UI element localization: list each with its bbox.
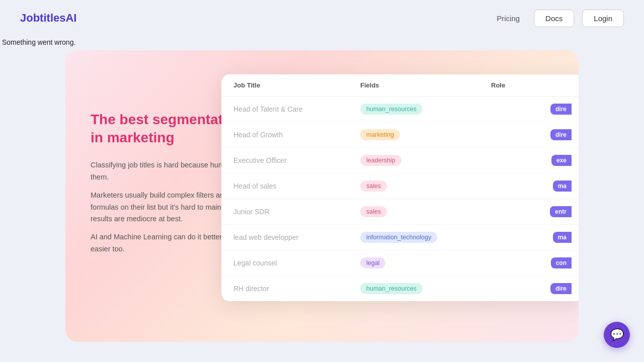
field-tag: human_resources	[360, 283, 423, 294]
cell-role: exe	[491, 155, 572, 166]
logo[interactable]: JobtitlesAI	[20, 12, 76, 25]
pricing-link[interactable]: Pricing	[491, 10, 526, 27]
cell-fields: human_resources	[360, 283, 491, 294]
cell-title: Head of Growth	[233, 131, 360, 139]
cell-title: Executive Officer	[233, 156, 360, 164]
field-tag: information_technology	[360, 232, 437, 243]
table-row: Head of Talent & Care human_resources di…	[221, 97, 579, 122]
chat-icon: 💬	[610, 328, 624, 341]
field-tag: sales	[360, 206, 387, 217]
cell-fields: sales	[360, 180, 491, 192]
role-badge: exe	[551, 155, 572, 166]
cell-role: dire	[491, 283, 572, 294]
role-badge: entr	[550, 206, 572, 217]
cell-role: entr	[491, 206, 572, 217]
table-row: Head of Growth marketing dire	[221, 122, 579, 148]
cell-fields: human_resources	[360, 104, 491, 115]
col-header-role: Role	[491, 81, 572, 89]
cell-fields: sales	[360, 206, 491, 217]
cell-role: dire	[491, 104, 572, 115]
login-button[interactable]: Login	[582, 10, 624, 27]
table-row: Junior SDR sales entr	[221, 199, 579, 225]
field-tag: sales	[360, 180, 387, 192]
navbar: JobtitlesAI Pricing Docs Login	[0, 0, 644, 36]
field-tag: leadership	[360, 155, 401, 166]
hero-section: The best segmentation in marketing Class…	[65, 50, 579, 342]
role-badge: dire	[550, 129, 572, 140]
role-badge: dire	[550, 283, 572, 294]
cell-role: ma	[491, 180, 572, 192]
cell-title: RH director	[233, 285, 360, 293]
cell-title: lead web developper	[233, 233, 360, 241]
cell-fields: legal	[360, 257, 491, 268]
col-header-fields: Fields	[360, 81, 491, 89]
cell-role: ma	[491, 232, 572, 243]
table-body: Head of Talent & Care human_resources di…	[221, 97, 579, 301]
field-tag: legal	[360, 257, 385, 268]
col-header-title: Job Title	[233, 81, 360, 89]
cell-role: dire	[491, 129, 572, 140]
cell-role: con	[491, 257, 572, 268]
role-badge: dire	[550, 104, 572, 115]
field-tag: marketing	[360, 129, 400, 140]
table-row: RH director human_resources dire	[221, 276, 579, 301]
table-row: Legal counsel legal con	[221, 250, 579, 276]
table-row: lead web developper information_technolo…	[221, 225, 579, 250]
table-panel: Job Title Fields Role Head of Talent & C…	[221, 74, 579, 301]
table-row: Head of sales sales ma	[221, 173, 579, 199]
table-row: Executive Officer leadership exe	[221, 148, 579, 173]
cell-fields: marketing	[360, 129, 491, 140]
cell-fields: leadership	[360, 155, 491, 166]
cell-title: Legal counsel	[233, 259, 360, 267]
cell-title: Head of Talent & Care	[233, 105, 360, 113]
chat-widget[interactable]: 💬	[604, 322, 630, 348]
cell-title: Head of sales	[233, 182, 360, 190]
role-badge: ma	[553, 180, 572, 192]
cell-title: Junior SDR	[233, 208, 360, 216]
error-message: Something went wrong.	[0, 36, 644, 50]
role-badge: con	[551, 257, 572, 268]
docs-button[interactable]: Docs	[534, 10, 574, 27]
nav-right: Pricing Docs Login	[491, 10, 624, 27]
cell-fields: information_technology	[360, 232, 491, 243]
role-badge: ma	[553, 232, 572, 243]
field-tag: human_resources	[360, 104, 423, 115]
table-header: Job Title Fields Role	[221, 74, 579, 97]
